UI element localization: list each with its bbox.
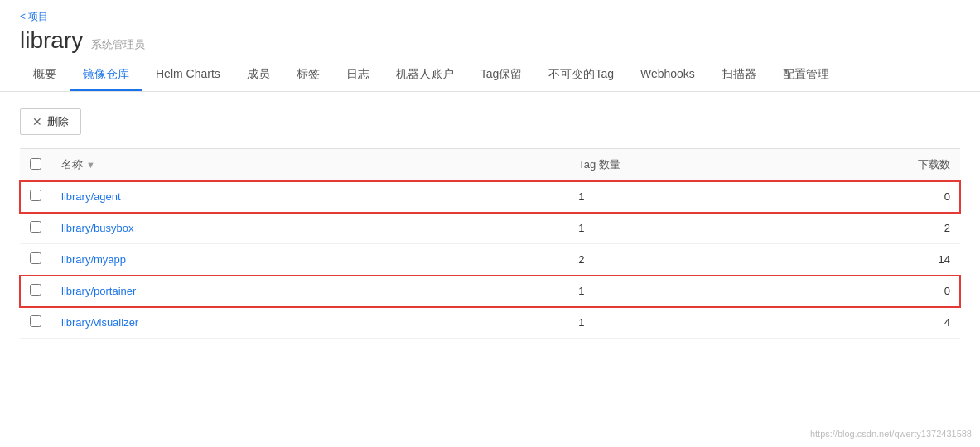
downloads-cell: 2	[804, 213, 960, 244]
tag-count-column-header: Tag 数量	[568, 149, 804, 181]
row-checkbox-cell	[20, 307, 51, 339]
row-checkbox[interactable]	[30, 315, 41, 327]
name-column-header: 名称▼	[51, 149, 568, 181]
downloads-cell: 14	[804, 244, 960, 276]
row-checkbox[interactable]	[30, 190, 41, 201]
repo-name-cell: library/agent	[51, 181, 568, 213]
table-row: library/portainer 1 0	[20, 276, 960, 307]
name-header-label: 名称	[61, 158, 83, 171]
main-content: ✕ 删除 名称▼ Tag 数量 下载数 library/agent 1 0	[0, 92, 980, 355]
row-checkbox-cell	[20, 181, 51, 213]
repo-link[interactable]: library/myapp	[61, 253, 126, 266]
repo-link[interactable]: library/busybox	[61, 222, 133, 234]
tab-members[interactable]: 成员	[234, 60, 283, 91]
close-icon: ✕	[32, 115, 42, 128]
repo-name-cell: library/visualizer	[51, 307, 568, 339]
tab-config[interactable]: 配置管理	[770, 60, 842, 91]
tab-scanners[interactable]: 扫描器	[708, 60, 770, 91]
tag-count-cell: 1	[568, 181, 804, 213]
row-checkbox[interactable]	[30, 284, 41, 296]
table-row: library/visualizer 1 4	[20, 307, 960, 339]
tab-robot-accounts[interactable]: 机器人账户	[383, 60, 467, 91]
repo-name-cell: library/myapp	[51, 244, 568, 276]
project-role: 系统管理员	[91, 37, 145, 52]
title-row: library 系统管理员	[20, 27, 960, 54]
tag-count-cell: 1	[568, 307, 804, 339]
downloads-column-header: 下载数	[804, 149, 960, 181]
filter-icon[interactable]: ▼	[86, 160, 95, 170]
row-checkbox-cell	[20, 244, 51, 276]
tag-count-cell: 1	[568, 213, 804, 244]
repo-link[interactable]: library/visualizer	[61, 316, 138, 329]
delete-label: 删除	[47, 114, 69, 129]
tag-count-cell: 1	[568, 276, 804, 307]
tab-immutable-tag[interactable]: 不可变的Tag	[535, 60, 627, 91]
select-all-cell	[20, 149, 51, 181]
row-checkbox-cell	[20, 213, 51, 244]
table-header: 名称▼ Tag 数量 下载数	[20, 149, 960, 181]
tab-webhooks[interactable]: Webhooks	[627, 60, 708, 91]
row-checkbox[interactable]	[30, 221, 41, 233]
table-row: library/myapp 2 14	[20, 244, 960, 276]
repository-table: 名称▼ Tag 数量 下载数 library/agent 1 0 library…	[20, 148, 960, 339]
row-checkbox[interactable]	[30, 252, 41, 264]
repo-name-cell: library/busybox	[51, 213, 568, 244]
tag-count-cell: 2	[568, 244, 804, 276]
table-body: library/agent 1 0 library/busybox 1 2 li…	[20, 181, 960, 339]
breadcrumb[interactable]: < 项目	[20, 10, 960, 24]
tab-image-repo[interactable]: 镜像仓库	[70, 60, 142, 91]
repo-link[interactable]: library/portainer	[61, 285, 136, 297]
table-row: library/busybox 1 2	[20, 213, 960, 244]
delete-button[interactable]: ✕ 删除	[20, 108, 81, 135]
table-row: library/agent 1 0	[20, 181, 960, 213]
tab-logs[interactable]: 日志	[333, 60, 383, 91]
nav-tabs: 概要镜像仓库Helm Charts成员标签日志机器人账户Tag保留不可变的Tag…	[20, 60, 960, 91]
repo-name-cell: library/portainer	[51, 276, 568, 307]
tab-tags[interactable]: 标签	[283, 60, 333, 91]
page-header: < 项目 library 系统管理员 概要镜像仓库Helm Charts成员标签…	[0, 0, 980, 92]
downloads-cell: 4	[804, 307, 960, 339]
tab-helm-charts[interactable]: Helm Charts	[142, 60, 234, 91]
row-checkbox-cell	[20, 276, 51, 307]
project-title: library	[20, 27, 83, 54]
tab-overview[interactable]: 概要	[20, 60, 70, 91]
repo-link[interactable]: library/agent	[61, 190, 121, 203]
downloads-cell: 0	[804, 181, 960, 213]
select-all-checkbox[interactable]	[30, 158, 41, 170]
tab-tag-retention[interactable]: Tag保留	[467, 60, 536, 91]
toolbar: ✕ 删除	[20, 108, 960, 135]
downloads-cell: 0	[804, 276, 960, 307]
